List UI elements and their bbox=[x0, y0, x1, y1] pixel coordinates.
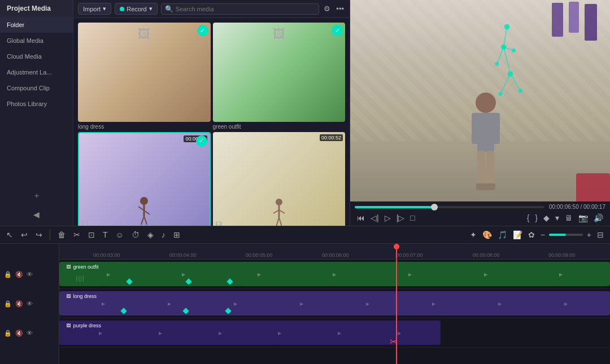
ruler-mark: 00:00:08:00 bbox=[473, 252, 500, 258]
timeline-toolbar: ↖ ↩ ↪ 🗑 ✂ ⊡ T ☺ ⏱ ◈ ♪ ⊞ ✦ 🎨 🎵 📝 ✿ − + ⊟ bbox=[0, 226, 610, 244]
mark-in-button[interactable]: { bbox=[525, 212, 532, 223]
text-button[interactable]: T bbox=[101, 229, 110, 241]
frame-back-button[interactable]: ◁| bbox=[368, 212, 381, 223]
ruler-mark: 00:00:05:00 bbox=[246, 252, 273, 258]
audio-button[interactable]: 🔊 bbox=[591, 212, 605, 223]
timeline-area: 🔒 🔇 👁 🔒 🔇 👁 🔒 🔇 👁 00:00:03:00 00 bbox=[0, 244, 610, 364]
svg-line-44 bbox=[511, 74, 521, 91]
check-badge: ✓ bbox=[332, 25, 343, 36]
monitor-button[interactable]: 🖥 bbox=[563, 212, 575, 223]
skip-back-button[interactable]: ⏮ bbox=[355, 212, 367, 223]
zoom-in-button[interactable]: + bbox=[585, 229, 593, 241]
media-item[interactable]: 00:00:52 🎞 copy_F4AE1CFE-7B03-47... bbox=[213, 132, 346, 226]
import-button[interactable]: Import ▾ bbox=[78, 3, 111, 15]
progress-thumb[interactable] bbox=[431, 204, 438, 210]
track-diamond bbox=[182, 308, 189, 314]
progress-track[interactable] bbox=[355, 206, 544, 208]
undo-button[interactable]: ↩ bbox=[19, 229, 29, 241]
mark-out-button[interactable]: } bbox=[533, 212, 540, 223]
track-long-dress[interactable]: 🖼 long dress ▶ ▶ ▶ ▶ ▶ ▶ ▶ ▶ bbox=[59, 289, 610, 318]
zoom-track[interactable] bbox=[549, 234, 583, 236]
clip-green-outfit[interactable]: 🖼 green outfit bbox=[59, 262, 610, 286]
speed-button[interactable]: ⏱ bbox=[130, 229, 141, 241]
filter-icon[interactable]: ⚙ bbox=[323, 3, 332, 14]
sidebar-item-cloud[interactable]: Cloud Media bbox=[0, 49, 73, 64]
media-item[interactable]: 00:00:39 🎞 ✓ copy_F4AE1CFE-7B03-47... bbox=[78, 132, 211, 226]
play-button[interactable]: ▷ bbox=[382, 212, 393, 223]
more-options-icon[interactable]: ••• bbox=[335, 3, 345, 14]
playback-controls: ⏮ ◁| ▷ |▷ □ { } ◆ ▾ 🖥 📷 🔊 bbox=[355, 212, 605, 223]
cut-button[interactable]: ✂ bbox=[72, 229, 82, 241]
clip-label: 🖼 purple dress bbox=[63, 322, 104, 330]
media-item[interactable]: 🖼 ✓ green outfit bbox=[213, 23, 346, 130]
track-eye-button[interactable]: 👁 bbox=[26, 270, 33, 278]
track-lock-button[interactable]: 🔒 bbox=[3, 300, 12, 308]
multi-button[interactable]: ⊞ bbox=[172, 229, 182, 241]
sidebar-item-adjustment[interactable]: Adjustment La... bbox=[0, 64, 73, 80]
color-grade-button[interactable]: 🎨 bbox=[481, 229, 494, 241]
record-label: Record bbox=[127, 6, 146, 12]
track-lock-button[interactable]: 🔒 bbox=[3, 329, 12, 337]
svg-point-0 bbox=[140, 197, 148, 205]
preview-controls: 00:00:06:50 / 00:00:17 ⏮ ◁| ▷ |▷ □ { } ◆ bbox=[350, 201, 610, 226]
snapshot-button[interactable]: 📷 bbox=[576, 212, 590, 223]
current-time-display: 00:00:06:50 / 00:00:17 bbox=[549, 204, 605, 210]
track-mute-button[interactable]: 🔇 bbox=[15, 329, 24, 337]
playhead-head bbox=[394, 244, 399, 249]
ai-button[interactable]: ✿ bbox=[526, 229, 537, 241]
more-ctrl-button[interactable]: ▾ bbox=[553, 212, 561, 223]
svg-point-6 bbox=[276, 199, 282, 205]
delete-button[interactable]: 🗑 bbox=[56, 229, 67, 241]
record-button[interactable]: Record ▾ bbox=[115, 3, 157, 15]
effects-button[interactable]: ✦ bbox=[468, 229, 478, 241]
toolbar-separator bbox=[50, 229, 50, 240]
track-green-outfit[interactable]: 🖼 green outfit bbox=[59, 260, 610, 289]
clip-purple-dress[interactable]: 🖼 purple dress ▶ ▶ ▶ ▶ ▶ ▶ bbox=[59, 321, 441, 345]
clip-long-dress[interactable]: 🖼 long dress ▶ ▶ ▶ ▶ ▶ ▶ ▶ ▶ bbox=[59, 291, 610, 315]
track-eye-button[interactable]: 👁 bbox=[26, 329, 33, 337]
add-folder-button[interactable]: ＋ bbox=[3, 188, 69, 203]
audio-extract-button[interactable]: ♪ bbox=[160, 229, 167, 241]
media-item[interactable]: 🖼 ✓ long dress bbox=[78, 23, 211, 130]
keyframe-button[interactable]: ◆ bbox=[541, 212, 552, 223]
sidebar-item-photos[interactable]: Photos Library bbox=[0, 96, 73, 112]
track-ctrl-green-outfit: 🔒 🔇 👁 bbox=[0, 260, 59, 289]
stop-button[interactable]: □ bbox=[408, 212, 417, 223]
collapse-panel-button[interactable]: ◀ bbox=[3, 208, 69, 221]
zoom-slider bbox=[549, 234, 583, 236]
ruler-mark: 00:00:07:00 bbox=[396, 252, 423, 258]
track-lock-button[interactable]: 🔒 bbox=[3, 270, 12, 279]
frame-forward-button[interactable]: |▷ bbox=[394, 212, 407, 223]
track-mute-button[interactable]: 🔇 bbox=[15, 270, 24, 279]
redo-button[interactable]: ↪ bbox=[34, 229, 44, 241]
track-purple-dress[interactable]: 🖼 purple dress ▶ ▶ ▶ ▶ ▶ ▶ bbox=[59, 318, 610, 348]
track-controls: 🔒 🔇 👁 🔒 🔇 👁 🔒 🔇 👁 bbox=[0, 244, 59, 364]
record-chevron-icon: ▾ bbox=[149, 5, 152, 12]
ruler-mark: 00:00:06:00 bbox=[322, 252, 349, 258]
playhead-line[interactable] bbox=[396, 260, 397, 364]
layout-button[interactable]: ⊟ bbox=[595, 229, 605, 241]
text-track-button[interactable]: 📝 bbox=[511, 229, 524, 241]
svg-line-43 bbox=[500, 74, 511, 94]
track-diamond bbox=[225, 308, 231, 314]
search-icon: 🔍 bbox=[165, 5, 173, 13]
track-mute-button[interactable]: 🔇 bbox=[15, 300, 24, 308]
ctrl-group-right: { } ◆ ▾ 🖥 📷 🔊 bbox=[525, 212, 605, 223]
sidebar-item-compound[interactable]: Compound Clip bbox=[0, 80, 73, 96]
select-tool-button[interactable]: ↖ bbox=[5, 229, 15, 241]
audio-track-button[interactable]: 🎵 bbox=[496, 229, 509, 241]
media-thumb: 00:00:52 🎞 bbox=[213, 132, 346, 226]
sticker-button[interactable]: ☺ bbox=[114, 229, 125, 241]
ruler-mark: 00:00:09:00 bbox=[548, 252, 576, 258]
track-eye-button[interactable]: 👁 bbox=[26, 300, 33, 308]
sidebar-item-global[interactable]: Global Media bbox=[0, 33, 73, 49]
media-label: green outfit bbox=[213, 124, 346, 130]
crop-button[interactable]: ⊡ bbox=[86, 229, 97, 241]
duration-badge: 00:00:52 bbox=[320, 134, 343, 141]
color-button[interactable]: ◈ bbox=[146, 229, 155, 241]
svg-line-11 bbox=[279, 217, 282, 226]
timeline-content: 00:00:03:00 00:00:04:00 00:00:05:00 00:0… bbox=[59, 244, 610, 364]
zoom-out-button[interactable]: − bbox=[539, 229, 547, 241]
search-input[interactable] bbox=[176, 6, 316, 12]
sidebar-item-folder[interactable]: Folder bbox=[0, 17, 73, 33]
